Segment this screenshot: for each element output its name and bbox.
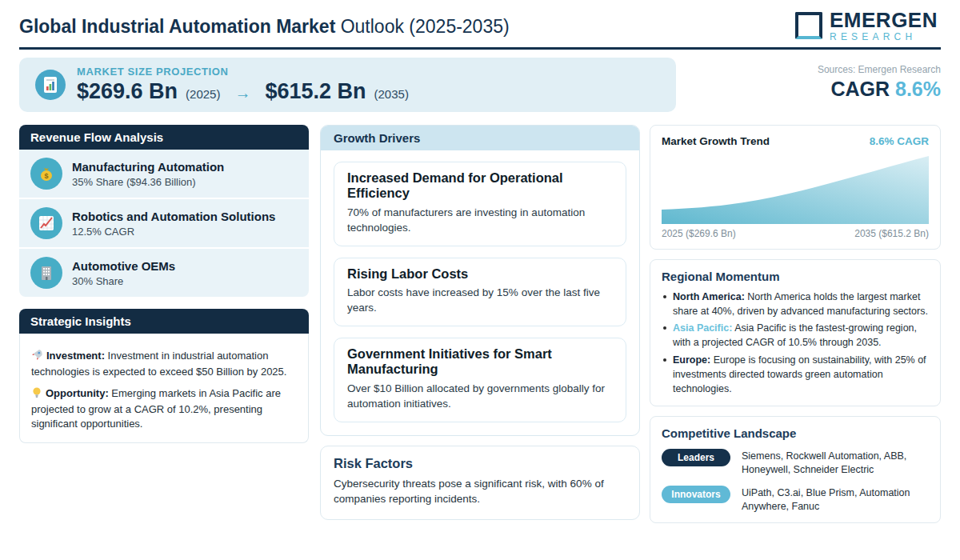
infographic-page: Global Industrial Automation Market Outl… — [0, 0, 960, 560]
revenue-flow-panel: Revenue Flow Analysis $ Manufacturing Au… — [19, 125, 309, 297]
end-year: (2035) — [374, 87, 409, 101]
area-chart — [662, 154, 929, 224]
strategic-insights-body: Investment: Investment in industrial aut… — [19, 334, 309, 443]
growth-drivers-header: Growth Drivers — [321, 126, 639, 150]
region-label: Asia Pacific: — [673, 322, 732, 334]
page-title-bold: Global Industrial Automation Market — [19, 16, 335, 37]
driver-card-operational-efficiency: Increased Demand for Operational Efficie… — [334, 162, 626, 246]
list-item-text: Automotive OEMs 30% Share — [72, 259, 175, 287]
arrow-right-icon: → — [228, 84, 257, 102]
bar-chart-doc-icon — [35, 70, 66, 100]
growth-drivers-panel: Growth Drivers Increased Demand for Oper… — [320, 125, 640, 436]
risk-factors-text: Cybersecurity threats pose a significant… — [334, 477, 626, 507]
region-north-america: North America: North America holds the l… — [662, 290, 929, 318]
trend-cagr: 8.6% CAGR — [870, 135, 929, 147]
list-item-robotics: Robotics and Automation Solutions 12.5% … — [19, 198, 309, 247]
banner-label: MARKET SIZE PROJECTION — [77, 66, 409, 78]
building-icon — [30, 257, 62, 289]
driver-title: Increased Demand for Operational Efficie… — [347, 170, 613, 202]
banner-text-block: MARKET SIZE PROJECTION $269.6 Bn (2025) … — [77, 66, 409, 104]
svg-text:$: $ — [44, 172, 48, 180]
region-text: Europe is focusing on sustainability, wi… — [673, 354, 926, 394]
regional-momentum-title: Regional Momentum — [662, 270, 929, 283]
regional-momentum-card: Regional Momentum North America: North A… — [650, 259, 941, 406]
middle-column: Growth Drivers Increased Demand for Oper… — [320, 125, 640, 520]
innovators-row: Innovators UiPath, C3.ai, Blue Prism, Au… — [662, 486, 929, 514]
start-year: (2025) — [186, 87, 220, 101]
insight-label: Investment: — [46, 350, 105, 362]
right-column: Market Growth Trend 8.6% CAGR 2025 ($269… — [650, 125, 941, 523]
leaders-badge: Leaders — [662, 449, 730, 466]
driver-card-labor-costs: Rising Labor Costs Labor costs have incr… — [334, 258, 626, 326]
region-asia-pacific: Asia Pacific: Asia Pacific is the fastes… — [662, 321, 929, 350]
driver-text: Over $10 Billion allocated by government… — [347, 382, 613, 412]
region-label: North America: — [673, 291, 745, 302]
sources-cagr-block: Sources: Emergen Research CAGR 8.6% — [818, 64, 941, 101]
item-title: Automotive OEMs — [72, 259, 175, 273]
strategic-insights-header: Strategic Insights — [19, 309, 309, 334]
title-divider — [19, 47, 941, 50]
logo-square-icon — [795, 12, 822, 39]
risk-factors-title: Risk Factors — [334, 456, 626, 471]
axis-label-start: 2025 ($269.6 Bn) — [662, 228, 736, 239]
insight-label: Opportunity: — [46, 387, 109, 399]
list-item-text: Robotics and Automation Solutions 12.5% … — [72, 210, 275, 238]
trend-axis-labels: 2025 ($269.6 Bn) 2035 ($615.2 Bn) — [662, 228, 929, 239]
item-title: Robotics and Automation Solutions — [72, 210, 275, 223]
bulb-icon — [31, 386, 42, 402]
axis-label-end: 2035 ($615.2 Bn) — [854, 228, 929, 239]
leaders-companies: Siemens, Rockwell Automation, ABB, Honey… — [742, 449, 929, 477]
cagr-line: CAGR 8.6% — [818, 78, 941, 101]
list-item-manufacturing-automation: $ Manufacturing Automation 35% Share ($9… — [19, 150, 309, 198]
driver-title: Rising Labor Costs — [347, 266, 613, 282]
logo-line2: RESEARCH — [830, 32, 938, 42]
sources-text: Sources: Emergen Research — [818, 64, 941, 75]
driver-title: Government Initiatives for Smart Manufac… — [347, 346, 613, 378]
banner-values: $269.6 Bn (2025) → $615.2 Bn (2035) — [77, 79, 409, 104]
left-column: Revenue Flow Analysis $ Manufacturing Au… — [19, 125, 309, 443]
driver-text: Labor costs have increased by 15% over t… — [347, 286, 613, 316]
driver-card-government-initiatives: Government Initiatives for Smart Manufac… — [334, 338, 626, 422]
region-europe: Europe: Europe is focusing on sustainabi… — [662, 353, 929, 396]
insight-opportunity: Opportunity: Emerging markets in Asia Pa… — [31, 386, 297, 431]
list-item-text: Manufacturing Automation 35% Share ($94.… — [72, 160, 224, 188]
revenue-flow-header: Revenue Flow Analysis — [19, 125, 309, 150]
emergen-logo: EMERGEN RESEARCH — [795, 10, 938, 42]
list-item-automotive-oems: Automotive OEMs 30% Share — [19, 247, 309, 297]
money-bag-icon: $ — [30, 158, 62, 190]
page-title-regular: Outlook (2025-2035) — [335, 16, 509, 37]
strategic-insights-panel: Strategic Insights Investment: Investmen… — [19, 309, 309, 443]
logo-line1: EMERGEN — [830, 10, 938, 30]
rocket-icon — [31, 349, 43, 365]
innovators-badge: Innovators — [662, 486, 730, 503]
trend-header: Market Growth Trend 8.6% CAGR — [662, 135, 929, 147]
region-label: Europe: — [673, 354, 710, 366]
line-chart-icon — [30, 207, 62, 239]
trend-title: Market Growth Trend — [662, 135, 770, 147]
competitive-landscape-title: Competitive Landscape — [662, 426, 929, 440]
page-title: Global Industrial Automation Market Outl… — [19, 16, 510, 38]
end-value: $615.2 Bn — [265, 79, 366, 104]
cagr-value: 8.6% — [895, 78, 941, 100]
market-growth-trend-card: Market Growth Trend 8.6% CAGR 2025 ($269… — [650, 125, 941, 250]
item-subtitle: 35% Share ($94.36 Billion) — [72, 176, 224, 188]
competitive-landscape-card: Competitive Landscape Leaders Siemens, R… — [650, 416, 941, 524]
driver-text: 70% of manufacturers are investing in au… — [347, 206, 613, 236]
item-subtitle: 12.5% CAGR — [72, 226, 275, 238]
start-value: $269.6 Bn — [77, 79, 178, 104]
item-title: Manufacturing Automation — [72, 160, 224, 174]
insight-investment: Investment: Investment in industrial aut… — [31, 349, 297, 379]
item-subtitle: 30% Share — [72, 275, 175, 287]
market-size-banner: MARKET SIZE PROJECTION $269.6 Bn (2025) … — [19, 58, 676, 112]
leaders-row: Leaders Siemens, Rockwell Automation, AB… — [662, 449, 929, 477]
innovators-companies: UiPath, C3.ai, Blue Prism, Automation An… — [742, 486, 929, 514]
risk-factors-card: Risk Factors Cybersecurity threats pose … — [320, 446, 640, 521]
cagr-label: CAGR — [830, 78, 890, 100]
logo-wordmark: EMERGEN RESEARCH — [830, 10, 938, 42]
